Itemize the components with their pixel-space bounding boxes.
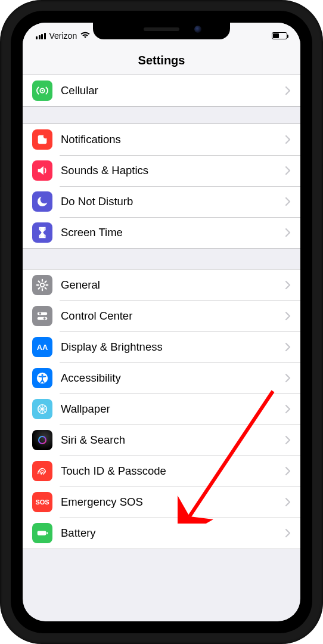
settings-row-notifications[interactable]: Notifications — [23, 124, 300, 155]
settings-row-control-center[interactable]: Control Center — [23, 301, 300, 332]
settings-row-wallpaper[interactable]: Wallpaper — [23, 394, 300, 425]
settings-row-general[interactable]: General — [23, 270, 300, 301]
general-icon — [32, 275, 52, 295]
control-center-icon — [32, 306, 52, 326]
volume-up-button[interactable] — [0, 146, 1, 188]
settings-row-screen-time[interactable]: Screen Time — [23, 217, 300, 248]
row-label: Emergency SOS — [61, 496, 285, 509]
chevron-right-icon — [285, 228, 291, 237]
wifi-icon — [80, 31, 90, 41]
chevron-right-icon — [285, 311, 291, 321]
svg-point-1 — [42, 90, 44, 92]
accessibility-icon — [32, 368, 52, 388]
screentime-icon — [32, 222, 52, 243]
cellular-icon — [32, 80, 52, 101]
battery-level-icon — [272, 32, 287, 39]
settings-row-do-not-disturb[interactable]: Do Not Disturb — [23, 186, 300, 217]
row-label: Cellular — [61, 84, 285, 97]
page-title: Settings — [23, 54, 300, 67]
chevron-right-icon — [285, 497, 291, 507]
nav-header: Settings — [23, 49, 300, 75]
battery-fill — [273, 33, 279, 38]
row-label: General — [61, 278, 285, 292]
settings-group: GeneralControl CenterAADisplay & Brightn… — [23, 269, 300, 549]
settings-group: NotificationsSounds & HapticsDo Not Dist… — [23, 123, 300, 249]
svg-point-8 — [44, 317, 46, 320]
sos-icon: SOS — [32, 492, 52, 512]
chevron-right-icon — [285, 342, 291, 352]
row-label: Screen Time — [61, 226, 285, 239]
signal-strength-icon — [36, 33, 46, 39]
svg-rect-16 — [46, 532, 48, 534]
row-label: Wallpaper — [61, 402, 285, 416]
row-label: Control Center — [61, 309, 285, 323]
chevron-right-icon — [285, 466, 291, 476]
svg-rect-5 — [38, 312, 48, 315]
row-label: Do Not Disturb — [61, 195, 285, 208]
battery-icon — [32, 523, 52, 543]
svg-point-11 — [41, 374, 43, 376]
row-label: Display & Brightness — [61, 340, 285, 354]
settings-row-sounds-haptics[interactable]: Sounds & Haptics — [23, 155, 300, 186]
screen: Verizon 10:43 AM Settings CellularNotifi… — [23, 23, 300, 621]
settings-row-siri-search[interactable]: Siri & Search — [23, 425, 300, 456]
chevron-right-icon — [285, 373, 291, 383]
svg-point-6 — [39, 312, 42, 315]
row-label: Accessibility — [61, 371, 285, 385]
row-label: Siri & Search — [61, 434, 285, 447]
settings-row-cellular[interactable]: Cellular — [23, 75, 300, 106]
settings-row-display-brightness[interactable]: AADisplay & Brightness — [23, 332, 300, 363]
earpiece-speaker — [144, 27, 179, 31]
chevron-right-icon — [285, 166, 291, 175]
carrier-label: Verizon — [49, 31, 77, 41]
iphone-frame: Verizon 10:43 AM Settings CellularNotifi… — [0, 0, 323, 644]
svg-rect-7 — [38, 317, 48, 320]
settings-row-accessibility[interactable]: Accessibility — [23, 363, 300, 394]
settings-row-emergency-sos[interactable]: SOSEmergency SOS — [23, 487, 300, 518]
svg-rect-15 — [38, 531, 46, 535]
notifications-icon — [32, 129, 52, 150]
settings-group: Cellular — [23, 75, 300, 107]
svg-point-3 — [44, 134, 48, 138]
svg-text:AA: AA — [37, 343, 48, 352]
chevron-right-icon — [285, 135, 291, 144]
chevron-right-icon — [285, 86, 291, 95]
chevron-right-icon — [285, 435, 291, 445]
dnd-icon — [32, 191, 52, 212]
siri-icon — [32, 430, 52, 450]
row-label: Sounds & Haptics — [61, 164, 285, 177]
chevron-right-icon — [285, 280, 291, 290]
wallpaper-icon — [32, 399, 52, 419]
display-icon: AA — [32, 337, 52, 357]
chevron-right-icon — [285, 528, 291, 538]
chevron-right-icon — [285, 404, 291, 414]
sounds-icon — [32, 160, 52, 181]
row-label: Battery — [61, 527, 285, 540]
front-camera — [194, 26, 201, 33]
row-label: Touch ID & Passcode — [61, 465, 285, 478]
settings-row-touch-id-passcode[interactable]: Touch ID & Passcode — [23, 456, 300, 487]
settings-list[interactable]: CellularNotificationsSounds & HapticsDo … — [23, 75, 300, 621]
svg-point-4 — [41, 283, 44, 287]
svg-point-14 — [39, 436, 46, 444]
volume-down-button[interactable] — [0, 200, 1, 242]
touchid-icon — [32, 461, 52, 481]
chevron-right-icon — [285, 197, 291, 206]
settings-row-battery[interactable]: Battery — [23, 518, 300, 549]
mute-switch[interactable] — [0, 104, 1, 125]
row-label: Notifications — [61, 133, 285, 146]
